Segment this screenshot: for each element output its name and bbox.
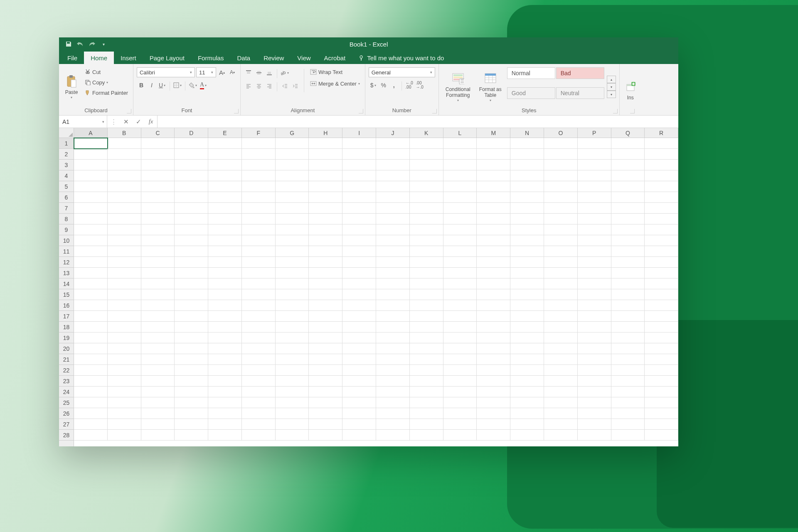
cell[interactable] (342, 419, 376, 430)
cell[interactable] (510, 257, 544, 268)
cell[interactable] (510, 235, 544, 246)
cell[interactable] (544, 268, 578, 278)
column-header-G[interactable]: G (276, 128, 309, 138)
cell[interactable] (108, 387, 141, 397)
cell[interactable] (477, 365, 510, 376)
cell[interactable] (108, 192, 141, 203)
cell[interactable] (376, 408, 410, 419)
cell[interactable] (342, 160, 376, 170)
cell[interactable] (242, 268, 276, 278)
cell[interactable] (108, 278, 141, 289)
cell[interactable] (611, 181, 645, 192)
row-header-1[interactable]: 1 (59, 138, 74, 149)
cell[interactable] (477, 278, 510, 289)
cell[interactable] (141, 149, 175, 160)
cell[interactable] (141, 322, 175, 332)
cell[interactable] (477, 224, 510, 235)
cell[interactable] (74, 376, 108, 387)
cell[interactable] (242, 246, 276, 257)
wrap-text-button[interactable]: Wrap Text (308, 67, 362, 76)
cell[interactable] (443, 408, 477, 419)
cells-area[interactable] (74, 138, 678, 446)
cell[interactable] (410, 160, 443, 170)
cell[interactable] (578, 203, 611, 214)
row-header-15[interactable]: 15 (59, 289, 74, 300)
cell[interactable] (342, 170, 376, 181)
cell[interactable] (578, 278, 611, 289)
column-header-Q[interactable]: Q (611, 128, 645, 138)
cell[interactable] (376, 354, 410, 365)
tab-home[interactable]: Home (84, 52, 114, 64)
increase-font-button[interactable]: A▴ (217, 68, 227, 77)
cell[interactable] (309, 376, 342, 387)
cell[interactable] (477, 408, 510, 419)
decrease-font-button[interactable]: A▾ (228, 68, 237, 77)
cell[interactable] (578, 376, 611, 387)
cell[interactable] (611, 149, 645, 160)
redo-button[interactable] (86, 39, 97, 49)
row-header-13[interactable]: 13 (59, 268, 74, 278)
cell[interactable] (242, 192, 276, 203)
styles-scroll-up[interactable]: ▴ (607, 76, 616, 83)
cell[interactable] (74, 235, 108, 246)
cell[interactable] (477, 300, 510, 311)
column-header-P[interactable]: P (578, 128, 611, 138)
cell[interactable] (477, 149, 510, 160)
cell[interactable] (208, 419, 242, 430)
cell[interactable] (141, 311, 175, 322)
cell[interactable] (443, 322, 477, 332)
cell[interactable] (376, 214, 410, 224)
cell[interactable] (175, 430, 208, 441)
cell[interactable] (510, 278, 544, 289)
cell[interactable] (510, 289, 544, 300)
cell[interactable] (477, 430, 510, 441)
cell[interactable] (477, 268, 510, 278)
cell[interactable] (276, 246, 309, 257)
cell[interactable] (242, 387, 276, 397)
cell[interactable] (443, 181, 477, 192)
cell[interactable] (108, 289, 141, 300)
tab-data[interactable]: Data (230, 52, 257, 64)
cell[interactable] (578, 322, 611, 332)
row-header-20[interactable]: 20 (59, 343, 74, 354)
cell[interactable] (510, 376, 544, 387)
cell[interactable] (410, 387, 443, 397)
cell[interactable] (242, 278, 276, 289)
cell[interactable] (108, 343, 141, 354)
italic-button[interactable]: I (147, 81, 156, 90)
column-header-F[interactable]: F (242, 128, 276, 138)
cell[interactable] (175, 214, 208, 224)
cell[interactable] (578, 235, 611, 246)
cell[interactable] (477, 322, 510, 332)
cell[interactable] (410, 192, 443, 203)
cell[interactable] (242, 365, 276, 376)
cell[interactable] (443, 160, 477, 170)
cell[interactable] (242, 354, 276, 365)
cell[interactable] (410, 397, 443, 408)
cell[interactable] (376, 192, 410, 203)
cell[interactable] (108, 235, 141, 246)
row-header-28[interactable]: 28 (59, 430, 74, 441)
cell[interactable] (309, 289, 342, 300)
cell[interactable] (108, 419, 141, 430)
cell[interactable] (645, 257, 678, 268)
cell[interactable] (443, 170, 477, 181)
cell[interactable] (74, 149, 108, 160)
formula-options-button[interactable]: ⋮ (107, 116, 120, 128)
cell[interactable] (141, 138, 175, 149)
cell[interactable] (410, 138, 443, 149)
cell[interactable] (74, 160, 108, 170)
cell[interactable] (578, 354, 611, 365)
cell[interactable] (544, 300, 578, 311)
cell[interactable] (309, 397, 342, 408)
row-header-25[interactable]: 25 (59, 397, 74, 408)
cell[interactable] (208, 192, 242, 203)
cell[interactable] (74, 224, 108, 235)
cell[interactable] (578, 300, 611, 311)
cell[interactable] (108, 332, 141, 343)
cell[interactable] (208, 268, 242, 278)
cell[interactable] (645, 311, 678, 322)
cell[interactable] (342, 343, 376, 354)
cell[interactable] (578, 160, 611, 170)
cell[interactable] (544, 322, 578, 332)
